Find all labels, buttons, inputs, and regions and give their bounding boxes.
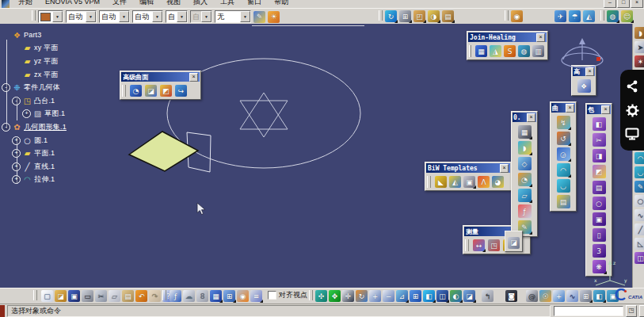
power-input[interactable] [554,306,623,316]
monitor-icon[interactable] [625,128,639,140]
tree-item[interactable]: +◠拉伸.1 [2,174,128,187]
tree-item[interactable]: +○圆.1 [2,134,128,147]
expand-icon[interactable]: + [12,162,21,171]
open-dome-icon[interactable]: ◡ [557,179,570,193]
hide-show-icon[interactable]: ◪ [463,290,475,302]
power-box-icon[interactable]: ▣ [593,212,606,226]
axis-system-icon[interactable]: + [553,290,565,302]
toolbar-grip[interactable] [122,85,126,97]
extrude-tool-icon[interactable]: ◫ [634,252,644,264]
dropdown-combo[interactable]: 自▼ [190,10,212,23]
power-loft-icon[interactable]: ◩ [593,165,606,178]
tree-item[interactable]: +▰xy 平面 [2,42,128,55]
tree-item[interactable]: +╱直线.1 [2,160,128,174]
chevron-down-icon[interactable]: ▼ [152,11,162,22]
wrap-curve-icon[interactable]: ◪ [145,85,157,97]
surface-style-icon[interactable]: ✎ [634,181,644,193]
circle-arrow-icon[interactable]: ↺ [557,132,570,145]
diabolo-icon[interactable]: ◭ [449,176,461,188]
chevron-down-icon[interactable]: ▼ [52,11,63,22]
tree-item[interactable]: -✿几何图形集.1 [2,120,128,134]
turn-head-icon[interactable]: ↰ [482,290,493,302]
bead-icon[interactable]: ◕ [492,176,504,188]
chevron-down-icon[interactable]: ▼ [86,11,96,22]
close-icon[interactable]: × [527,113,535,122]
chevron-down-icon[interactable]: ▼ [119,11,129,22]
toolbar-grip[interactable] [465,239,469,251]
toolbar-grip[interactable] [309,290,313,300]
paste-icon[interactable]: ▤ [122,290,134,302]
join-icon[interactable]: ▦ [475,45,487,57]
select-arrow-icon[interactable]: ➤ [634,41,644,53]
slabs-icon[interactable]: ▤ [557,195,570,208]
copy-icon[interactable]: ▱ [109,290,120,302]
color-combo[interactable]: ▼ [38,10,63,23]
render-style-icon[interactable]: ◐ [450,290,462,302]
profile-icon[interactable]: ✶ [634,55,644,67]
sweep-icon[interactable]: ◗ [634,27,644,39]
zoom-out-icon[interactable]: − [383,290,394,302]
close-icon[interactable]: × [189,73,198,82]
mirror-panels-icon[interactable]: ▱ [518,189,532,202]
user-world-icon[interactable]: ☺ [621,10,633,22]
compass[interactable] [557,36,608,70]
toolbar-titlebar[interactable]: 包 × [587,105,611,114]
toolbar-titlebar[interactable]: 曲 × [551,103,575,113]
toolbar-grip[interactable] [379,10,383,21]
maximize-button[interactable]: □ [617,0,630,8]
rotate-icon[interactable]: ↻ [356,290,368,302]
expand-icon[interactable]: + [12,149,21,158]
power-3-icon[interactable]: 3 [593,244,606,258]
collapse-icon[interactable]: - [2,83,10,92]
toolbar-grip[interactable] [32,10,36,21]
menu-item[interactable]: 窗口 [241,0,268,6]
menu-item[interactable]: 开始 [12,0,39,6]
line-tool-icon[interactable]: ╱ [634,223,644,235]
shell-icon[interactable]: ◉ [511,10,523,22]
close-icon[interactable]: × [566,104,574,113]
menu-item[interactable]: ENOVIA V5 VPM [39,0,106,6]
disassemble-icon[interactable]: ▥ [532,45,544,57]
surface-simplify-icon[interactable]: ◍ [518,45,530,57]
menu-item[interactable]: 工具 [214,0,241,6]
named-views-icon[interactable]: ◫ [436,290,448,302]
iso-view-icon[interactable]: ◧ [423,290,435,302]
toolbar-grip[interactable] [505,10,509,21]
power-fold-icon[interactable]: ◨ [593,149,606,162]
umbrella-icon[interactable]: ☂ [569,10,581,22]
surface-sweep-icon[interactable]: ◡ [634,166,644,178]
expand-icon[interactable]: + [12,175,21,184]
fill-grid-icon[interactable]: ▦ [518,125,532,139]
constraints-icon[interactable]: ≡ [250,290,262,302]
healing-icon[interactable]: ◮ [490,45,501,57]
tree-item[interactable]: -❉零件几何体 [2,81,128,94]
relations-icon[interactable]: ⊞ [223,290,235,302]
chevron-down-icon[interactable]: ▼ [240,11,250,22]
bump-icon[interactable]: ◔ [130,85,142,97]
undo-icon[interactable]: ↶ [135,290,147,302]
app-icon[interactable] [2,0,10,8]
extract-surface-icon[interactable]: ❖ [577,79,591,93]
measure-item-icon[interactable]: ◳ [488,239,500,251]
catalog-icon[interactable]: ▤ [442,10,454,22]
align-viewpoint-checkbox[interactable] [268,291,276,300]
curve-smooth-icon[interactable]: S [504,45,516,57]
zoom-in-icon[interactable]: + [369,290,381,302]
mating-flange-icon[interactable]: Λ [478,176,490,188]
viewport-3d[interactable]: +❖Part3+▰xy 平面+▰yz 平面+▰zx 平面-❉零件几何体-◳凸台.… [0,24,644,288]
toolbar-titlebar[interactable]: BiW Templates × [426,163,510,173]
tree-item[interactable]: +❖Part3 [2,29,128,42]
dropdown-combo[interactable]: 自动▼ [99,10,130,23]
power-door-icon[interactable]: ▯ [593,228,606,242]
arrow-surface-icon[interactable]: ↯ [557,116,570,129]
fit-all-icon[interactable]: ✥ [329,290,341,302]
dome-icon[interactable]: ◠ [557,163,570,177]
new-icon[interactable]: ▢ [41,290,53,302]
quad-view-icon[interactable]: ⊞ [410,290,421,302]
open-catalog-icon[interactable]: ◰ [413,10,425,22]
power-cut-icon[interactable]: ✂ [593,133,606,147]
tree-item[interactable]: +▰平面.1 [2,147,128,160]
open-icon[interactable]: ◪ [55,290,67,302]
work-grid-icon[interactable]: ⊞ [580,290,592,302]
cut-icon[interactable]: ✂ [95,290,107,302]
